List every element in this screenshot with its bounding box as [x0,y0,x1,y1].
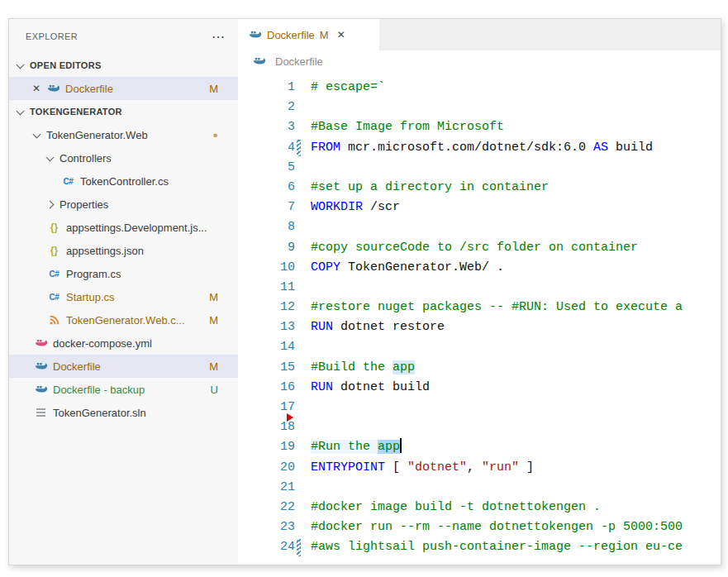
line-text [295,478,311,498]
git-modified-gutter-icon [297,140,301,156]
tree-item-tokencontroller-cs[interactable]: C#TokenController.cs [9,169,238,193]
tree-item-tokengenerator-web-c[interactable]: TokenGenerator.Web.c...M [9,308,238,331]
breadcrumb-item-dockerfile[interactable]: Dockerfile [275,55,323,68]
screenshot-page: EXPLORER ⋯ OPEN EDITORS✕DockerfileMTOKEN… [0,0,728,577]
line-text: # escape=` [295,78,385,98]
line-text: COPY TokenGenerator.Web/ . [295,258,504,278]
tree-item-tokengenerator-sln[interactable]: TokenGenerator.sln [9,401,238,424]
code-line-21[interactable]: 21 [238,478,721,498]
code-line-3[interactable]: 3#Base Image from Microsoft [238,117,721,137]
line-text: #Base Image from Microsoft [295,117,504,137]
json-file-icon: {} [47,221,61,234]
tab-bar: Dockerfile M ✕ [238,19,721,50]
git-modified-gutter-icon [297,539,301,556]
code-line-15[interactable]: 15#Build the app [238,358,721,378]
line-text [295,337,311,357]
tab-dockerfile[interactable]: Dockerfile M ✕ [238,19,379,50]
chevron-down-icon [46,153,55,161]
code-line-12[interactable]: 12#restore nuget packages -- #RUN: Used … [238,298,721,317]
tab-label: Dockerfile [267,29,315,41]
line-number: 12 [238,298,295,317]
code-token: FROM [311,141,340,155]
code-token: "dotnet" [407,460,467,474]
code-token: #docker image build -t dotnettokengen . [311,500,601,514]
code-line-9[interactable]: 9#copy sourceCode to /src folder on cont… [238,238,721,258]
section-open-editors[interactable]: OPEN EDITORS [9,54,238,77]
tree-item-appsettings-json[interactable]: {}appsettings.json [9,239,238,262]
code-line-7[interactable]: 7WORKDIR /scr [238,198,721,217]
code-token: #docker run --rm --name dotnettokengen -… [311,520,683,534]
code-token: TokenGenerator.Web/ . [340,260,504,274]
code-token: WORKDIR [311,200,363,214]
code-line-1[interactable]: 1# escape=` [238,78,721,98]
editor-area: Dockerfile M ✕ Dockerfile 1# escape=`23#… [238,19,721,565]
selected-word: app [378,440,400,454]
item-label: Properties [59,198,108,211]
line-number: 5 [238,158,295,178]
code-line-10[interactable]: 10COPY TokenGenerator.Web/ . [238,258,721,278]
line-number: 16 [238,378,295,398]
csharp-file-icon: C# [47,290,61,303]
code-line-4[interactable]: 4FROM mcr.microsoft.com/dotnet/sdk:6.0 A… [238,138,721,158]
xml-feed-icon [47,313,61,327]
docker-whale-icon [46,82,60,95]
line-text: #docker image build -t dotnettokengen . [295,498,601,517]
code-line-14[interactable]: 14 [238,337,721,357]
code-line-18[interactable]: 18 [238,417,721,437]
line-number: 9 [238,238,295,258]
tree-item-dockerfile-backup[interactable]: Dockerfile - backupU [9,378,238,401]
code-line-19[interactable]: 19#Run the app [238,437,721,457]
tree-item-dockerfile[interactable]: DockerfileM [9,355,238,378]
code-line-23[interactable]: 23#docker run --rm --name dotnettokengen… [238,517,721,537]
item-label: Startup.cs [66,291,115,303]
item-label: appsettings.Development.js... [66,222,207,234]
code-line-6[interactable]: 6#set up a directory in container [238,178,721,198]
section-tokengenerator[interactable]: TOKENGENERATOR [9,100,238,123]
explorer-tree: OPEN EDITORS✕DockerfileMTOKENGENERATORTo… [9,54,238,424]
line-number: 24 [238,537,295,557]
code-line-13[interactable]: 13RUN dotnet restore [238,317,721,337]
line-text: #restore nuget packages -- #RUN: Used to… [295,298,683,317]
line-text: #Build the app [295,358,415,378]
more-actions-icon[interactable]: ⋯ [212,29,225,45]
code-line-22[interactable]: 22#docker image build -t dotnettokengen … [238,498,721,517]
item-label: Dockerfile - backup [53,384,145,396]
code-line-24[interactable]: 24#aws lightsail push-container-image --… [238,537,721,557]
git-status-badge: M [209,360,218,373]
explorer-header: EXPLORER ⋯ [9,19,238,54]
docker-whale-icon [34,360,48,373]
code-line-20[interactable]: 20ENTRYPOINT [ "dotnet", "run" ] [238,458,721,478]
docker-whale-icon [252,55,266,68]
chevron-right-icon [46,200,55,208]
tree-item-program-cs[interactable]: C#Program.cs [9,262,238,285]
open-editor-dockerfile[interactable]: ✕DockerfileM [9,77,238,100]
code-line-2[interactable]: 2 [238,98,721,117]
line-text [295,217,311,237]
tree-item-docker-compose-yml[interactable]: docker-compose.yml [9,331,238,355]
code-editor[interactable]: 1# escape=`23#Base Image from Microsoft4… [238,72,721,565]
code-line-8[interactable]: 8 [238,217,721,237]
tree-item-appsettings-development-js[interactable]: {}appsettings.Development.js... [9,216,238,239]
code-line-5[interactable]: 5 [238,158,721,178]
code-line-16[interactable]: 16RUN dotnet build [238,378,721,398]
close-icon[interactable]: ✕ [32,83,40,94]
close-icon[interactable]: ✕ [337,29,345,41]
tree-item-properties[interactable]: Properties [9,193,238,216]
item-label: TokenController.cs [80,175,169,188]
modified-dot-icon: ● [212,130,218,140]
code-token: #Run the [311,440,378,454]
line-text: #set up a directory in container [295,178,549,198]
code-token: mcr.microsoft.com/dotnet/sdk:6.0 [340,141,593,155]
tree-item-tokengenerator-web[interactable]: TokenGenerator.Web● [9,123,238,146]
git-status-badge: U [211,384,218,396]
line-text [295,158,311,178]
code-line-17[interactable]: 17 [238,398,721,417]
tree-item-controllers[interactable]: Controllers [9,146,238,169]
line-number: 20 [238,458,295,478]
code-line-11[interactable]: 11 [238,278,721,298]
line-text: FROM mcr.microsoft.com/dotnet/sdk:6.0 AS… [295,138,653,158]
code-token: [ [385,460,407,474]
tree-item-startup-cs[interactable]: C#Startup.csM [9,285,238,308]
line-number: 1 [238,78,295,98]
line-number: 8 [238,217,295,237]
